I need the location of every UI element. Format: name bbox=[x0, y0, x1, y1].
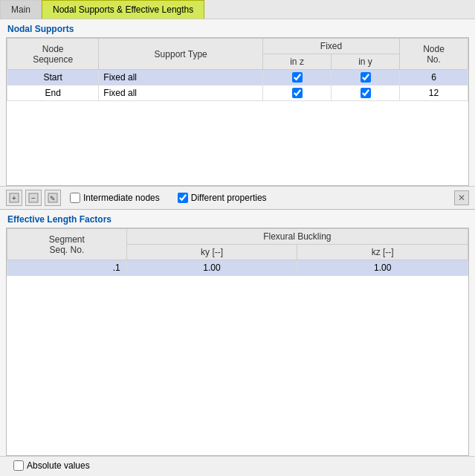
toolbar-btn-add[interactable]: + bbox=[6, 190, 22, 206]
header-fixed-group: Fixed bbox=[263, 39, 400, 54]
effective-length-table-container: SegmentSeq. No. Flexural Buckling ky [--… bbox=[6, 228, 469, 456]
svg-text:+: + bbox=[12, 194, 16, 202]
nodal-supports-section: Nodal Supports NodeSequence Support Type… bbox=[0, 19, 475, 186]
effective-length-table: SegmentSeq. No. Flexural Buckling ky [--… bbox=[7, 228, 468, 276]
header-flexural-buckling: Flexural Buckling bbox=[126, 229, 468, 245]
intermediate-nodes-label[interactable]: Intermediate nodes bbox=[70, 193, 160, 203]
toolbar-btn-edit[interactable]: ✎ bbox=[45, 190, 61, 206]
effective-length-section: Effective Length Factors SegmentSeq. No.… bbox=[0, 210, 475, 456]
nodal-supports-table: NodeSequence Support Type Fixed NodeNo. … bbox=[7, 38, 468, 101]
header-segment-seq: SegmentSeq. No. bbox=[7, 229, 127, 260]
nodal-support-type-1: Fixed all bbox=[99, 86, 263, 101]
header-support-type: Support Type bbox=[99, 39, 263, 70]
close-icon: ✕ bbox=[458, 193, 465, 203]
absolute-values-label[interactable]: Absolute values bbox=[13, 460, 90, 471]
svg-text:✎: ✎ bbox=[50, 195, 56, 202]
bottom-toolbar: Absolute values bbox=[0, 456, 475, 475]
different-properties-label[interactable]: Different properties bbox=[178, 193, 267, 203]
eff-kz-0: 1.00 bbox=[297, 260, 468, 276]
nodal-row[interactable]: Start Fixed all 6 bbox=[7, 70, 468, 86]
header-fixed-iny: in y bbox=[332, 54, 400, 70]
nodal-sequence-0: Start bbox=[7, 70, 99, 86]
nodal-supports-title: Nodal Supports bbox=[0, 19, 475, 37]
header-node-sequence: NodeSequence bbox=[7, 39, 99, 70]
eff-seq-0: .1 bbox=[7, 260, 127, 276]
toolbar-row: + − ✎ Intermediate nodes Different prope… bbox=[0, 186, 475, 209]
nodal-fixed-z-0[interactable] bbox=[263, 70, 332, 86]
tab-bar: Main Nodal Supports & Effective Lengths bbox=[0, 0, 475, 19]
main-content: Nodal Supports NodeSequence Support Type… bbox=[0, 19, 475, 475]
header-ky: ky [--] bbox=[126, 245, 297, 260]
nodal-fixed-z-1[interactable] bbox=[263, 86, 332, 101]
nodal-node-no-1: 12 bbox=[400, 86, 468, 101]
header-fixed-inz: in z bbox=[263, 54, 332, 70]
tab-main[interactable]: Main bbox=[0, 0, 42, 19]
nodal-row[interactable]: End Fixed all 12 bbox=[7, 86, 468, 101]
svg-text:−: − bbox=[31, 194, 36, 202]
toolbar-btn-remove[interactable]: − bbox=[25, 190, 42, 206]
nodal-sequence-1: End bbox=[7, 86, 99, 101]
intermediate-nodes-checkbox[interactable] bbox=[70, 193, 80, 203]
header-kz: kz [--] bbox=[297, 245, 468, 260]
edit-icon: ✎ bbox=[48, 193, 58, 203]
different-properties-text: Different properties bbox=[191, 193, 267, 203]
remove-icon: − bbox=[28, 193, 39, 203]
absolute-values-checkbox[interactable] bbox=[13, 460, 24, 471]
nodal-node-no-0: 6 bbox=[400, 70, 468, 86]
tab-nodal[interactable]: Nodal Supports & Effective Lengths bbox=[42, 0, 204, 19]
intermediate-nodes-text: Intermediate nodes bbox=[83, 193, 160, 203]
eff-row[interactable]: .1 1.00 1.00 bbox=[7, 260, 468, 276]
nodal-fixed-y-1[interactable] bbox=[332, 86, 400, 101]
eff-ky-0: 1.00 bbox=[126, 260, 297, 276]
absolute-values-text: Absolute values bbox=[27, 460, 90, 471]
add-icon: + bbox=[9, 193, 19, 203]
close-button[interactable]: ✕ bbox=[454, 190, 469, 205]
nodal-fixed-y-0[interactable] bbox=[332, 70, 400, 86]
effective-length-title: Effective Length Factors bbox=[0, 210, 475, 228]
different-properties-checkbox[interactable] bbox=[178, 193, 188, 203]
header-node-no: NodeNo. bbox=[400, 39, 468, 70]
nodal-supports-table-container: NodeSequence Support Type Fixed NodeNo. … bbox=[6, 37, 469, 186]
nodal-support-type-0: Fixed all bbox=[99, 70, 263, 86]
